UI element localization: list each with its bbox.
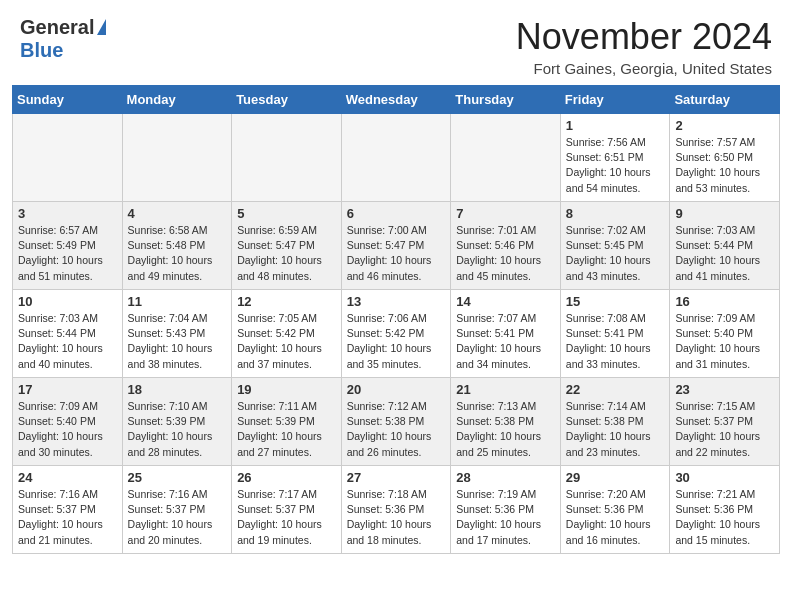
calendar-cell: 21Sunrise: 7:13 AM Sunset: 5:38 PM Dayli…: [451, 378, 561, 466]
day-number: 10: [18, 294, 117, 309]
day-info: Sunrise: 7:10 AM Sunset: 5:39 PM Dayligh…: [128, 399, 227, 460]
calendar-cell: 15Sunrise: 7:08 AM Sunset: 5:41 PM Dayli…: [560, 290, 670, 378]
calendar-week-row: 24Sunrise: 7:16 AM Sunset: 5:37 PM Dayli…: [13, 466, 780, 554]
calendar-week-row: 3Sunrise: 6:57 AM Sunset: 5:49 PM Daylig…: [13, 202, 780, 290]
calendar-cell: 13Sunrise: 7:06 AM Sunset: 5:42 PM Dayli…: [341, 290, 451, 378]
calendar-cell: 22Sunrise: 7:14 AM Sunset: 5:38 PM Dayli…: [560, 378, 670, 466]
day-number: 24: [18, 470, 117, 485]
day-number: 6: [347, 206, 446, 221]
day-info: Sunrise: 7:11 AM Sunset: 5:39 PM Dayligh…: [237, 399, 336, 460]
day-number: 20: [347, 382, 446, 397]
calendar-container: Sunday Monday Tuesday Wednesday Thursday…: [0, 85, 792, 566]
day-number: 1: [566, 118, 665, 133]
day-info: Sunrise: 7:01 AM Sunset: 5:46 PM Dayligh…: [456, 223, 555, 284]
calendar-cell: 29Sunrise: 7:20 AM Sunset: 5:36 PM Dayli…: [560, 466, 670, 554]
calendar-cell: 5Sunrise: 6:59 AM Sunset: 5:47 PM Daylig…: [232, 202, 342, 290]
logo-blue-text: Blue: [20, 39, 63, 61]
page-header: General Blue November 2024 Fort Gaines, …: [0, 0, 792, 85]
calendar-cell: 24Sunrise: 7:16 AM Sunset: 5:37 PM Dayli…: [13, 466, 123, 554]
day-info: Sunrise: 7:16 AM Sunset: 5:37 PM Dayligh…: [128, 487, 227, 548]
day-number: 16: [675, 294, 774, 309]
day-number: 8: [566, 206, 665, 221]
calendar-cell: 27Sunrise: 7:18 AM Sunset: 5:36 PM Dayli…: [341, 466, 451, 554]
calendar-cell: 19Sunrise: 7:11 AM Sunset: 5:39 PM Dayli…: [232, 378, 342, 466]
calendar-header-row: Sunday Monday Tuesday Wednesday Thursday…: [13, 86, 780, 114]
day-number: 13: [347, 294, 446, 309]
calendar-week-row: 10Sunrise: 7:03 AM Sunset: 5:44 PM Dayli…: [13, 290, 780, 378]
calendar-cell: 1Sunrise: 7:56 AM Sunset: 6:51 PM Daylig…: [560, 114, 670, 202]
calendar-cell: 26Sunrise: 7:17 AM Sunset: 5:37 PM Dayli…: [232, 466, 342, 554]
day-number: 14: [456, 294, 555, 309]
calendar-cell: 17Sunrise: 7:09 AM Sunset: 5:40 PM Dayli…: [13, 378, 123, 466]
calendar-cell: 8Sunrise: 7:02 AM Sunset: 5:45 PM Daylig…: [560, 202, 670, 290]
day-info: Sunrise: 7:14 AM Sunset: 5:38 PM Dayligh…: [566, 399, 665, 460]
day-number: 27: [347, 470, 446, 485]
day-number: 17: [18, 382, 117, 397]
day-info: Sunrise: 7:57 AM Sunset: 6:50 PM Dayligh…: [675, 135, 774, 196]
day-number: 18: [128, 382, 227, 397]
title-area: November 2024 Fort Gaines, Georgia, Unit…: [516, 16, 772, 77]
day-number: 9: [675, 206, 774, 221]
calendar-cell: 12Sunrise: 7:05 AM Sunset: 5:42 PM Dayli…: [232, 290, 342, 378]
calendar-cell: 28Sunrise: 7:19 AM Sunset: 5:36 PM Dayli…: [451, 466, 561, 554]
day-number: 30: [675, 470, 774, 485]
month-title: November 2024: [516, 16, 772, 58]
day-number: 19: [237, 382, 336, 397]
day-number: 29: [566, 470, 665, 485]
location-title: Fort Gaines, Georgia, United States: [516, 60, 772, 77]
day-info: Sunrise: 7:16 AM Sunset: 5:37 PM Dayligh…: [18, 487, 117, 548]
calendar-cell: 10Sunrise: 7:03 AM Sunset: 5:44 PM Dayli…: [13, 290, 123, 378]
day-number: 12: [237, 294, 336, 309]
calendar-cell: 30Sunrise: 7:21 AM Sunset: 5:36 PM Dayli…: [670, 466, 780, 554]
day-info: Sunrise: 7:21 AM Sunset: 5:36 PM Dayligh…: [675, 487, 774, 548]
calendar-cell: [341, 114, 451, 202]
day-info: Sunrise: 7:18 AM Sunset: 5:36 PM Dayligh…: [347, 487, 446, 548]
day-number: 15: [566, 294, 665, 309]
calendar-cell: 14Sunrise: 7:07 AM Sunset: 5:41 PM Dayli…: [451, 290, 561, 378]
day-info: Sunrise: 7:03 AM Sunset: 5:44 PM Dayligh…: [675, 223, 774, 284]
calendar-cell: 9Sunrise: 7:03 AM Sunset: 5:44 PM Daylig…: [670, 202, 780, 290]
day-info: Sunrise: 7:08 AM Sunset: 5:41 PM Dayligh…: [566, 311, 665, 372]
logo-general-text: General: [20, 16, 94, 39]
day-info: Sunrise: 7:03 AM Sunset: 5:44 PM Dayligh…: [18, 311, 117, 372]
calendar-cell: 18Sunrise: 7:10 AM Sunset: 5:39 PM Dayli…: [122, 378, 232, 466]
day-info: Sunrise: 6:57 AM Sunset: 5:49 PM Dayligh…: [18, 223, 117, 284]
calendar-cell: [451, 114, 561, 202]
day-info: Sunrise: 7:19 AM Sunset: 5:36 PM Dayligh…: [456, 487, 555, 548]
day-number: 5: [237, 206, 336, 221]
calendar-cell: [13, 114, 123, 202]
header-tuesday: Tuesday: [232, 86, 342, 114]
day-info: Sunrise: 7:02 AM Sunset: 5:45 PM Dayligh…: [566, 223, 665, 284]
day-info: Sunrise: 6:59 AM Sunset: 5:47 PM Dayligh…: [237, 223, 336, 284]
calendar-cell: [232, 114, 342, 202]
day-info: Sunrise: 7:00 AM Sunset: 5:47 PM Dayligh…: [347, 223, 446, 284]
day-info: Sunrise: 7:04 AM Sunset: 5:43 PM Dayligh…: [128, 311, 227, 372]
day-info: Sunrise: 7:05 AM Sunset: 5:42 PM Dayligh…: [237, 311, 336, 372]
calendar-cell: 4Sunrise: 6:58 AM Sunset: 5:48 PM Daylig…: [122, 202, 232, 290]
day-number: 23: [675, 382, 774, 397]
day-info: Sunrise: 6:58 AM Sunset: 5:48 PM Dayligh…: [128, 223, 227, 284]
header-thursday: Thursday: [451, 86, 561, 114]
calendar-cell: 20Sunrise: 7:12 AM Sunset: 5:38 PM Dayli…: [341, 378, 451, 466]
day-number: 22: [566, 382, 665, 397]
calendar-cell: 2Sunrise: 7:57 AM Sunset: 6:50 PM Daylig…: [670, 114, 780, 202]
day-info: Sunrise: 7:09 AM Sunset: 5:40 PM Dayligh…: [675, 311, 774, 372]
day-info: Sunrise: 7:17 AM Sunset: 5:37 PM Dayligh…: [237, 487, 336, 548]
day-info: Sunrise: 7:12 AM Sunset: 5:38 PM Dayligh…: [347, 399, 446, 460]
day-info: Sunrise: 7:15 AM Sunset: 5:37 PM Dayligh…: [675, 399, 774, 460]
calendar-cell: 6Sunrise: 7:00 AM Sunset: 5:47 PM Daylig…: [341, 202, 451, 290]
header-wednesday: Wednesday: [341, 86, 451, 114]
day-number: 25: [128, 470, 227, 485]
day-number: 2: [675, 118, 774, 133]
calendar-cell: [122, 114, 232, 202]
day-info: Sunrise: 7:56 AM Sunset: 6:51 PM Dayligh…: [566, 135, 665, 196]
header-friday: Friday: [560, 86, 670, 114]
day-info: Sunrise: 7:09 AM Sunset: 5:40 PM Dayligh…: [18, 399, 117, 460]
day-number: 3: [18, 206, 117, 221]
day-number: 28: [456, 470, 555, 485]
calendar-table: Sunday Monday Tuesday Wednesday Thursday…: [12, 85, 780, 554]
day-info: Sunrise: 7:20 AM Sunset: 5:36 PM Dayligh…: [566, 487, 665, 548]
calendar-cell: 25Sunrise: 7:16 AM Sunset: 5:37 PM Dayli…: [122, 466, 232, 554]
header-monday: Monday: [122, 86, 232, 114]
logo-triangle-icon: [97, 19, 106, 35]
